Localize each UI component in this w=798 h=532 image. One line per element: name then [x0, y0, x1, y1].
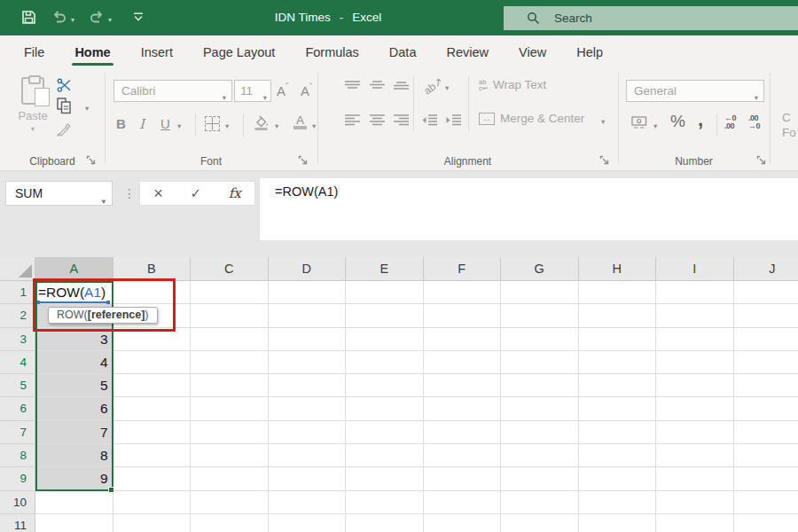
cell-D10[interactable] — [269, 491, 347, 514]
align-middle-button[interactable] — [369, 80, 386, 96]
font-color-dropdown[interactable]: ▾ — [312, 121, 316, 130]
accounting-format-button[interactable] — [631, 116, 647, 133]
cell-B7[interactable] — [113, 421, 192, 444]
wrap-text-button[interactable]: abc↩ Wrap Text — [479, 78, 546, 91]
cell-D2[interactable] — [269, 304, 347, 327]
cell-G6[interactable] — [501, 397, 579, 420]
borders-button[interactable] — [205, 116, 220, 131]
font-color-button[interactable]: A — [293, 114, 307, 129]
orientation-dropdown[interactable]: ▾ — [445, 83, 449, 92]
cell-B4[interactable] — [113, 351, 192, 374]
undo-dropdown[interactable]: ▾ — [71, 16, 74, 24]
cell-F6[interactable] — [424, 397, 502, 420]
fill-color-dropdown[interactable]: ▾ — [275, 121, 278, 130]
row-header-3[interactable]: 3 — [0, 328, 35, 351]
cell-B10[interactable] — [113, 491, 192, 514]
cell-A11[interactable] — [35, 514, 113, 532]
cell-D5[interactable] — [269, 374, 347, 397]
cell-E5[interactable] — [346, 374, 424, 397]
bold-button[interactable]: B — [116, 116, 126, 131]
row-header-7[interactable]: 7 — [0, 421, 35, 444]
column-header-I[interactable]: I — [656, 257, 734, 281]
cell-E11[interactable] — [346, 514, 424, 532]
enter-button[interactable]: ✓ — [190, 185, 201, 201]
cell-J6[interactable] — [734, 397, 798, 420]
cell-C5[interactable] — [191, 374, 269, 397]
cell-F2[interactable] — [424, 304, 502, 327]
cell-H7[interactable] — [579, 421, 657, 444]
cell-C7[interactable] — [191, 421, 269, 444]
number-dialog-launcher[interactable] — [756, 153, 767, 163]
cell-H11[interactable] — [579, 514, 657, 532]
comma-style-button[interactable]: , — [698, 108, 703, 131]
cell-G9[interactable] — [501, 467, 579, 490]
cell-G10[interactable] — [501, 491, 579, 514]
cell-D3[interactable] — [269, 328, 347, 351]
font-name-combo[interactable]: Calibri ▾ — [113, 80, 232, 102]
underline-dropdown[interactable]: ▾ — [177, 121, 181, 130]
decrease-font-size-button[interactable]: Aˇ — [301, 82, 312, 98]
cell-H3[interactable] — [579, 328, 657, 351]
cell-H5[interactable] — [579, 374, 657, 397]
cell-C6[interactable] — [191, 397, 269, 420]
cell-C9[interactable] — [191, 467, 269, 490]
cell-I1[interactable] — [656, 281, 734, 304]
cell-G11[interactable] — [501, 514, 579, 532]
cell-E9[interactable] — [346, 467, 424, 490]
cell-I3[interactable] — [656, 328, 734, 351]
increase-font-size-button[interactable]: Aˆ — [277, 82, 288, 98]
cell-E6[interactable] — [346, 397, 424, 420]
row-header-11[interactable]: 11 — [0, 514, 35, 532]
cell-B8[interactable] — [113, 444, 192, 467]
redo-dropdown[interactable]: ▾ — [108, 16, 112, 24]
cell-J3[interactable] — [734, 328, 798, 351]
formula-input[interactable]: =ROW(A1) — [260, 178, 798, 240]
cell-E7[interactable] — [346, 421, 424, 444]
format-painter-button[interactable] — [55, 122, 72, 142]
cell-I8[interactable] — [656, 444, 734, 467]
cell-H4[interactable] — [579, 351, 657, 374]
alignment-dialog-launcher[interactable] — [599, 153, 610, 163]
cell-C1[interactable] — [191, 281, 269, 304]
increase-decimal-button[interactable]: ←0.00 — [724, 114, 736, 130]
cell-I4[interactable] — [656, 351, 734, 374]
column-header-H[interactable]: H — [579, 257, 657, 281]
align-right-button[interactable] — [393, 113, 410, 130]
cell-G5[interactable] — [501, 374, 579, 397]
percent-style-button[interactable]: % — [670, 112, 685, 131]
cell-E4[interactable] — [346, 351, 424, 374]
tab-view[interactable]: View — [504, 35, 561, 69]
cell-D9[interactable] — [269, 467, 347, 490]
cell-G7[interactable] — [501, 421, 579, 444]
orientation-button[interactable]: ab↗ — [421, 74, 445, 97]
cell-F10[interactable] — [424, 491, 502, 514]
accounting-dropdown[interactable]: ▾ — [653, 121, 657, 130]
align-center-button[interactable] — [369, 113, 386, 130]
cell-F11[interactable] — [424, 514, 502, 532]
cell-A5[interactable]: 5 — [35, 374, 113, 397]
cell-I11[interactable] — [656, 514, 734, 532]
cell-D7[interactable] — [269, 421, 347, 444]
cell-I10[interactable] — [656, 491, 734, 514]
undo-button[interactable] — [51, 10, 67, 24]
tab-insert[interactable]: Insert — [126, 35, 188, 69]
cell-I2[interactable] — [656, 304, 734, 327]
cell-B6[interactable] — [113, 397, 192, 420]
cell-F1[interactable] — [424, 281, 502, 304]
cell-H1[interactable] — [579, 281, 657, 304]
cell-B3[interactable] — [113, 328, 192, 351]
cell-B11[interactable] — [113, 514, 192, 532]
underline-button[interactable]: U — [160, 116, 170, 131]
row-header-10[interactable]: 10 — [0, 491, 35, 514]
cell-H9[interactable] — [579, 467, 657, 490]
cell-G8[interactable] — [501, 444, 579, 467]
cell-C4[interactable] — [191, 351, 269, 374]
cell-C3[interactable] — [191, 328, 269, 351]
align-top-button[interactable] — [344, 80, 361, 96]
align-left-button[interactable] — [344, 113, 361, 130]
cell-J8[interactable] — [734, 444, 798, 467]
cell-J5[interactable] — [734, 374, 798, 397]
column-header-D[interactable]: D — [269, 257, 347, 281]
select-all-button[interactable] — [0, 257, 35, 281]
cell-B5[interactable] — [113, 374, 192, 397]
